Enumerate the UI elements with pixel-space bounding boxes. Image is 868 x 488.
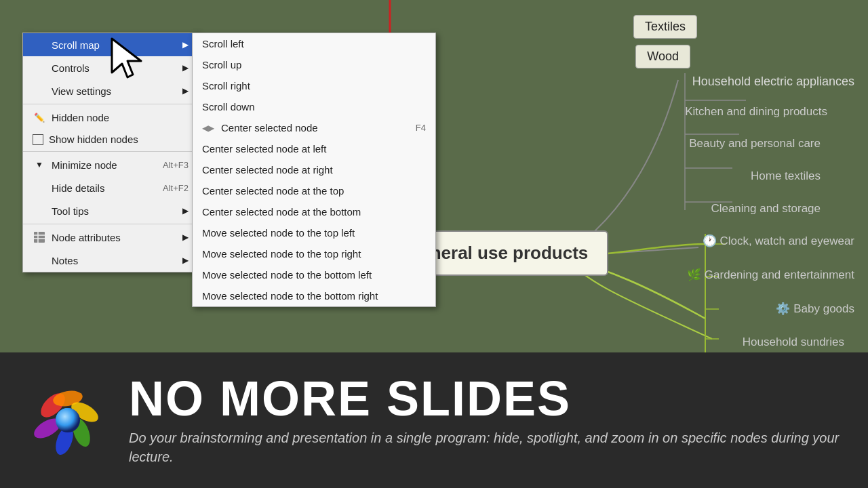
table-icon: [33, 230, 46, 244]
sundries-node[interactable]: Household sundries: [743, 336, 844, 349]
menu-item-view-settings[interactable]: View settings ▶: [23, 79, 198, 102]
menu-item-minimize[interactable]: ▼ Minimize node Alt+F3: [23, 153, 198, 176]
submenu-center-selected[interactable]: ◀▶ Center selected node F4: [193, 117, 435, 138]
center-selected-shortcut: F4: [416, 123, 426, 133]
submenu-scroll-down[interactable]: Scroll down: [193, 96, 435, 117]
center-node-icon: ◀▶: [202, 123, 216, 133]
divider-3: [23, 224, 198, 224]
beauty-node[interactable]: Beauty and personal care: [689, 137, 821, 150]
cleaning-node[interactable]: Cleaning and storage: [711, 202, 821, 216]
submenu-scroll-left[interactable]: Scroll left: [193, 33, 435, 54]
controls-icon: [33, 61, 46, 75]
svg-point-23: [56, 408, 80, 432]
hide-details-icon: [33, 181, 46, 195]
gardening-node[interactable]: 🌿 Gardening and entertainment: [687, 268, 854, 282]
menu-item-hidden-node[interactable]: ✏️ Hidden node: [23, 106, 198, 129]
notes-icon: [33, 253, 46, 267]
view-settings-icon: [33, 84, 46, 98]
textiles-node[interactable]: Textiles: [633, 15, 697, 39]
submenu-scroll-right[interactable]: Scroll right: [193, 75, 435, 96]
svg-rect-11: [34, 232, 45, 243]
node-attributes-arrow: ▶: [182, 232, 189, 242]
scroll-submenu: Scroll left Scroll up Scroll right Scrol…: [192, 33, 436, 307]
controls-arrow: ▶: [182, 63, 189, 73]
submenu-move-bottom-right[interactable]: Move selected node to the bottom right: [193, 285, 435, 306]
notes-arrow: ▶: [182, 256, 189, 265]
checkbox-icon: [33, 134, 43, 145]
menu-item-scroll-map[interactable]: Scroll map ▶: [23, 33, 198, 56]
menu-item-hide-details[interactable]: Hide details Alt+F2: [23, 176, 198, 199]
wood-node[interactable]: Wood: [635, 45, 690, 68]
menu-item-notes[interactable]: Notes ▶: [23, 249, 198, 272]
main-context-menu: Scroll map ▶ Controls ▶ View settings ▶ …: [22, 33, 199, 272]
baby-node[interactable]: ⚙️ Baby goods: [776, 302, 854, 316]
scroll-map-icon: [33, 38, 46, 52]
submenu-move-top-left[interactable]: Move selected node to the top left: [193, 222, 435, 243]
menu-item-tool-tips[interactable]: Tool tips ▶: [23, 199, 198, 222]
submenu-scroll-up[interactable]: Scroll up: [193, 54, 435, 75]
divider-2: [23, 151, 198, 152]
menu-item-controls[interactable]: Controls ▶: [23, 56, 198, 79]
banner-subtitle: Do your brainstorming and presentation i…: [129, 428, 841, 466]
submenu-move-top-right[interactable]: Move selected node to the top right: [193, 243, 435, 264]
submenu-move-bottom-left[interactable]: Move selected node to the bottom left: [193, 264, 435, 285]
household-electric-node[interactable]: Household electric appliances: [692, 75, 854, 89]
clock-node[interactable]: 🕐 Clock, watch and eyewear: [703, 234, 854, 248]
menu-item-node-attributes[interactable]: Node attributes ▶: [23, 226, 198, 249]
kitchen-node[interactable]: Kitchen and dining products: [685, 105, 827, 119]
menu-item-show-hidden[interactable]: Show hidden nodes: [23, 129, 198, 150]
hide-details-shortcut: Alt+F2: [163, 183, 189, 193]
submenu-center-left[interactable]: Center selected node at left: [193, 138, 435, 159]
banner-title: NO MORE SLIDES: [129, 374, 841, 423]
triangle-icon: ▼: [33, 158, 46, 171]
banner-text-area: NO MORE SLIDES Do your brainstorming and…: [129, 374, 841, 466]
tool-tips-arrow: ▶: [182, 206, 189, 216]
app-logo: [27, 380, 108, 461]
view-settings-arrow: ▶: [182, 86, 189, 96]
scroll-map-arrow: ▶: [182, 40, 189, 49]
bottom-banner: NO MORE SLIDES Do your brainstorming and…: [0, 352, 868, 488]
home-textiles-node[interactable]: Home textiles: [751, 169, 821, 183]
submenu-center-top[interactable]: Center selected node at the top: [193, 180, 435, 201]
submenu-center-right[interactable]: Center selected node at right: [193, 159, 435, 180]
divider-1: [23, 104, 198, 104]
minimize-shortcut: Alt+F3: [163, 160, 189, 170]
submenu-center-bottom[interactable]: Center selected node at the bottom: [193, 201, 435, 222]
pencil-icon: ✏️: [33, 110, 46, 124]
tool-tips-icon: [33, 204, 46, 218]
